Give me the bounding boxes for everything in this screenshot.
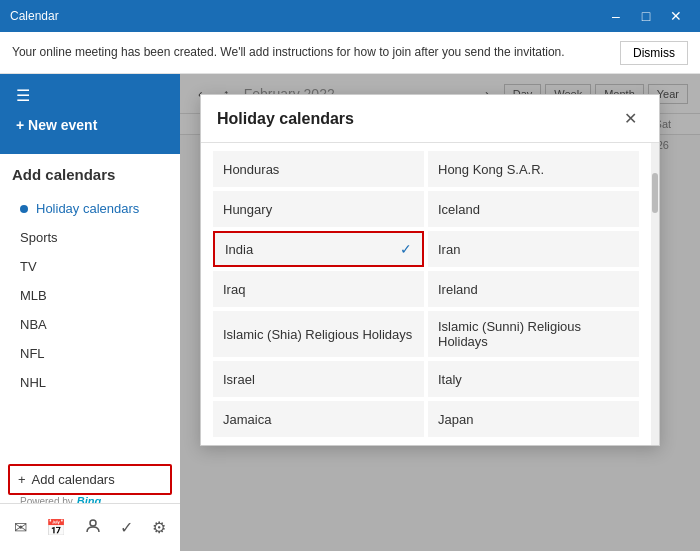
- modal-title: Holiday calendars: [217, 110, 354, 128]
- country-label: Japan: [438, 412, 473, 427]
- settings-button[interactable]: ⚙: [144, 512, 174, 543]
- check-icon: ✓: [120, 519, 133, 536]
- sidebar-item-mlb[interactable]: MLB: [12, 282, 168, 309]
- sidebar-item-holiday-calendars[interactable]: Holiday calendars: [12, 195, 168, 222]
- sidebar-item-label: NHL: [20, 375, 46, 390]
- sidebar-item-nfl[interactable]: NFL: [12, 340, 168, 367]
- sidebar-item-sports[interactable]: Sports: [12, 224, 168, 251]
- country-label: Hungary: [223, 202, 272, 217]
- title-bar: Calendar – □ ✕: [0, 0, 700, 32]
- hamburger-button[interactable]: ☰: [8, 82, 38, 109]
- country-item-jamaica[interactable]: Jamaica: [213, 401, 424, 437]
- people-icon: [85, 520, 101, 537]
- sidebar: ☰ + New event Add calendars Holiday cale…: [0, 74, 180, 551]
- modal-close-button[interactable]: ✕: [618, 107, 643, 130]
- country-item-israel[interactable]: Israel: [213, 361, 424, 397]
- add-cal-btn-container: + Add calendars: [0, 458, 180, 501]
- new-event-button[interactable]: + New event: [8, 109, 105, 141]
- plus-icon: +: [18, 472, 26, 487]
- sidebar-top: ☰ + New event: [0, 74, 180, 149]
- dismiss-button[interactable]: Dismiss: [620, 41, 688, 65]
- country-item-hungary[interactable]: Hungary: [213, 191, 424, 227]
- sidebar-item-nba[interactable]: NBA: [12, 311, 168, 338]
- window-controls: – □ ✕: [602, 4, 690, 28]
- country-item-islamic-shia[interactable]: Islamic (Shia) Religious Holidays: [213, 311, 424, 357]
- svg-point-0: [90, 520, 96, 526]
- sidebar-item-label: Sports: [20, 230, 58, 245]
- mail-icon: ✉: [14, 519, 27, 536]
- gear-icon: ⚙: [152, 519, 166, 536]
- tasks-button[interactable]: ✓: [112, 512, 141, 543]
- calendar-icon: 📅: [46, 519, 66, 536]
- sidebar-item-label: NBA: [20, 317, 47, 332]
- sidebar-item-tv[interactable]: TV: [12, 253, 168, 280]
- sidebar-item-nhl[interactable]: NHL: [12, 369, 168, 396]
- add-calendars-title: Add calendars: [12, 166, 168, 183]
- bottom-toolbar: ✉ 📅 ✓ ⚙: [0, 503, 180, 551]
- country-item-india[interactable]: India ✓: [213, 231, 424, 267]
- country-item-honduras[interactable]: Honduras: [213, 151, 424, 187]
- maximize-button[interactable]: □: [632, 4, 660, 28]
- active-dot: [20, 205, 28, 213]
- country-item-iraq[interactable]: Iraq: [213, 271, 424, 307]
- modal-scrollbar-track[interactable]: [651, 143, 659, 445]
- modal-overlay: Holiday calendars ✕ Honduras: [180, 74, 700, 551]
- country-label: Hong Kong S.A.R.: [438, 162, 544, 177]
- country-label: Islamic (Sunni) Religious Holidays: [438, 319, 629, 349]
- country-label: India: [225, 242, 253, 257]
- country-label: Jamaica: [223, 412, 271, 427]
- minimize-button[interactable]: –: [602, 4, 630, 28]
- country-item-islamic-sunni[interactable]: Islamic (Sunni) Religious Holidays: [428, 311, 639, 357]
- sidebar-item-label: MLB: [20, 288, 47, 303]
- check-icon: ✓: [400, 241, 412, 257]
- country-grid: Honduras Hong Kong S.A.R. Hungary: [213, 151, 639, 437]
- add-calendars-label: Add calendars: [32, 472, 115, 487]
- country-label: Honduras: [223, 162, 279, 177]
- add-calendars-button[interactable]: + Add calendars: [8, 464, 172, 495]
- calendar-button[interactable]: 📅: [38, 512, 74, 543]
- sidebar-item-label: NFL: [20, 346, 45, 361]
- country-label: Islamic (Shia) Religious Holidays: [223, 327, 412, 342]
- country-item-japan[interactable]: Japan: [428, 401, 639, 437]
- country-label: Israel: [223, 372, 255, 387]
- notification-text: Your online meeting has been created. We…: [12, 44, 608, 61]
- app-title: Calendar: [10, 9, 602, 23]
- country-label: Ireland: [438, 282, 478, 297]
- calendar-list: Holiday calendars Sports TV MLB NBA: [12, 195, 168, 489]
- country-label: Italy: [438, 372, 462, 387]
- country-label: Iran: [438, 242, 460, 257]
- country-label: Iraq: [223, 282, 245, 297]
- country-item-iran[interactable]: Iran: [428, 231, 639, 267]
- country-item-hong-kong[interactable]: Hong Kong S.A.R.: [428, 151, 639, 187]
- notification-bar: Your online meeting has been created. We…: [0, 32, 700, 74]
- sidebar-item-label: Holiday calendars: [36, 201, 139, 216]
- sidebar-item-label: TV: [20, 259, 37, 274]
- country-item-ireland[interactable]: Ireland: [428, 271, 639, 307]
- people-button[interactable]: [77, 512, 109, 544]
- holiday-modal: Holiday calendars ✕ Honduras: [200, 94, 660, 446]
- close-button[interactable]: ✕: [662, 4, 690, 28]
- modal-header: Holiday calendars ✕: [201, 95, 659, 143]
- calendar-area: ‹ ↑ February 2022 › Day Week Month Year: [180, 74, 700, 551]
- app-window: Calendar – □ ✕ Your online meeting has b…: [0, 0, 700, 551]
- main-content: ☰ + New event Add calendars Holiday cale…: [0, 74, 700, 551]
- modal-scrollbar-thumb[interactable]: [652, 173, 658, 213]
- modal-body: Honduras Hong Kong S.A.R. Hungary: [201, 143, 651, 445]
- hamburger-icon: ☰: [16, 86, 30, 105]
- country-label: Iceland: [438, 202, 480, 217]
- country-item-italy[interactable]: Italy: [428, 361, 639, 397]
- mail-button[interactable]: ✉: [6, 512, 35, 543]
- country-item-iceland[interactable]: Iceland: [428, 191, 639, 227]
